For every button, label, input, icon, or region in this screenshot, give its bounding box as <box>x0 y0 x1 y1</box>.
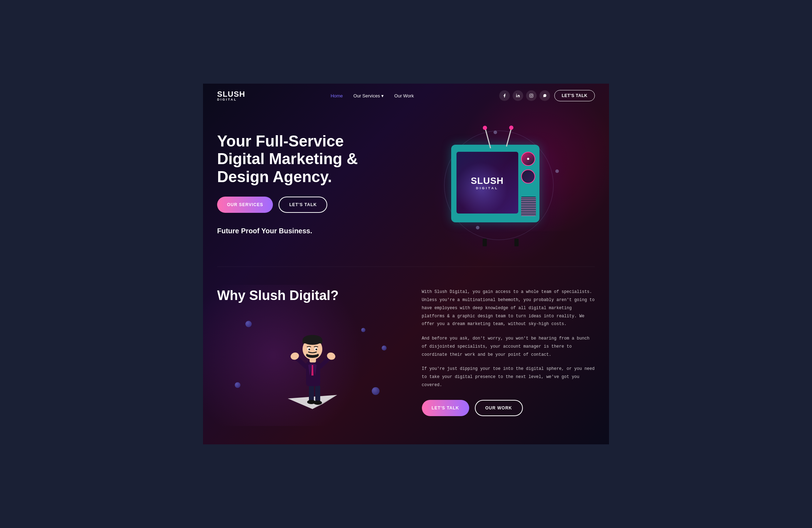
hero-left: Your Full-Service Digital Marketing & De… <box>217 132 406 235</box>
logo-digital: DIGITAL <box>217 98 245 101</box>
hero-title: Your Full-Service Digital Marketing & De… <box>217 132 358 186</box>
tv-knob-1 <box>521 152 535 166</box>
tv-legs <box>469 239 532 246</box>
svg-point-2 <box>531 95 532 97</box>
our-work-button[interactable]: OUR WORK <box>475 400 523 416</box>
logo[interactable]: SLUSH DIGITAL <box>217 90 245 101</box>
nav-services[interactable]: Our Services ▾ <box>353 93 384 98</box>
svg-rect-6 <box>309 384 314 402</box>
lets-talk-button-hero[interactable]: LET'S TALK <box>279 197 327 213</box>
nav-our-work[interactable]: Our Work <box>394 93 414 98</box>
orbit-dot-3 <box>476 226 479 229</box>
hero-buttons: OUR SERVICES LET'S TALK <box>217 197 406 213</box>
tv-body: SLUSH DIGITAL <box>451 145 539 222</box>
svg-point-9 <box>314 401 322 405</box>
svg-point-0 <box>516 94 517 95</box>
tv-leg-right <box>514 239 519 246</box>
hero-section: Your Full-Service Digital Marketing & De… <box>203 108 609 266</box>
whatsapp-icon[interactable] <box>539 90 550 101</box>
why-paragraph-3: If you're just dipping your toe into the… <box>422 365 595 389</box>
svg-marker-13 <box>311 365 314 376</box>
why-buttons: LET'S TALK OUR WORK <box>422 400 595 416</box>
navbar: SLUSH DIGITAL Home Our Services ▾ Our Wo… <box>203 84 609 108</box>
tv-screen-slush: SLUSH <box>471 175 503 186</box>
tv-controls <box>521 152 535 184</box>
orb-4 <box>361 328 365 332</box>
why-section: Why Slush Digital? <box>203 267 609 444</box>
orb-2 <box>382 346 387 350</box>
nav-home[interactable]: Home <box>330 93 343 98</box>
orbit-dot-1 <box>494 131 497 134</box>
facebook-icon[interactable] <box>499 90 510 101</box>
orbit-dot-2 <box>555 169 559 173</box>
nav-right: LET'S TALK <box>499 90 595 101</box>
our-services-button[interactable]: OUR SERVICES <box>217 197 273 213</box>
page-wrapper: SLUSH DIGITAL Home Our Services ▾ Our Wo… <box>203 84 609 444</box>
why-right: With Slush Digital, you gain access to a… <box>422 288 595 416</box>
tv-screen-digital: DIGITAL <box>471 186 503 190</box>
svg-point-24 <box>308 349 310 350</box>
tv-leg-left <box>483 239 487 246</box>
svg-rect-1 <box>530 94 533 97</box>
svg-point-25 <box>315 349 317 350</box>
why-paragraph-1: With Slush Digital, you gain access to a… <box>422 288 595 328</box>
character-container <box>217 310 408 409</box>
lets-talk-button-why[interactable]: LET'S TALK <box>422 400 469 416</box>
tv-grille <box>521 197 536 216</box>
orb-5 <box>235 382 240 388</box>
svg-rect-7 <box>315 385 320 403</box>
svg-point-3 <box>532 95 532 95</box>
nav-cta-button[interactable]: LET'S TALK <box>554 90 595 101</box>
social-icons <box>499 90 550 101</box>
why-title: Why Slush Digital? <box>217 288 408 303</box>
nav-links: Home Our Services ▾ Our Work <box>330 93 414 98</box>
why-left: Why Slush Digital? <box>217 288 408 409</box>
svg-line-16 <box>320 358 329 367</box>
orb-3 <box>372 387 380 395</box>
tv-knob-2 <box>521 169 535 184</box>
svg-rect-21 <box>303 340 322 343</box>
tv-illustration: SLUSH DIGITAL <box>441 127 561 240</box>
orb-1 <box>245 321 252 327</box>
linkedin-icon[interactable] <box>513 90 523 101</box>
hero-tagline: Future Proof Your Business. <box>217 227 406 235</box>
tv-screen-logo: SLUSH DIGITAL <box>471 175 503 190</box>
instagram-icon[interactable] <box>526 90 537 101</box>
tv-screen: SLUSH DIGITAL <box>456 152 518 214</box>
why-paragraph-2: And before you ask, don't worry, you won… <box>422 335 595 359</box>
logo-slush: SLUSH <box>217 90 245 98</box>
hero-right: SLUSH DIGITAL <box>406 127 595 240</box>
svg-line-14 <box>297 358 306 367</box>
character-svg <box>274 310 351 416</box>
